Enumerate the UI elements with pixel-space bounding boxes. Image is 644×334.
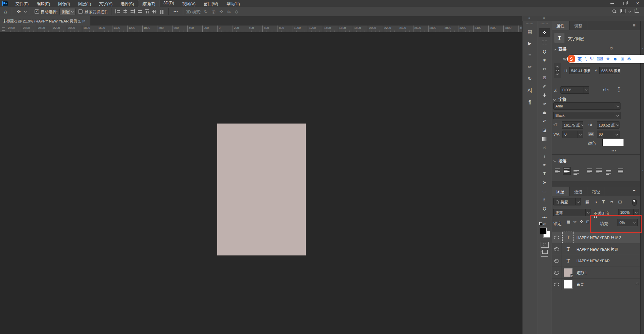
smart-object-filter-icon[interactable]: ⊡	[618, 199, 622, 204]
brush-settings-panel-icon[interactable]: ≡	[524, 51, 536, 59]
spot-healing-brush-tool[interactable]: ✚	[539, 92, 550, 98]
menu-item[interactable]: 滤镜(T)	[138, 0, 159, 7]
frame-tool[interactable]: ⊠	[539, 75, 550, 81]
layer-filter-dropdown[interactable]: 类型	[553, 198, 581, 205]
3d-mode-icon[interactable]: ✜	[219, 9, 223, 14]
reset-transform-icon[interactable]: ↺	[609, 46, 613, 51]
eraser-tool[interactable]: ◪	[539, 127, 550, 133]
close-button[interactable]: ✕	[631, 0, 644, 7]
chevron-down-icon[interactable]	[24, 10, 27, 12]
horizontal-ruler[interactable]: 2800260024002200200018001600140012001000…	[0, 26, 522, 33]
show-transform-checkbox[interactable]	[78, 9, 83, 14]
scroll-down-icon[interactable]: ˅	[641, 169, 644, 172]
scroll-up-icon[interactable]: ˄	[641, 47, 644, 50]
panel-menu-icon[interactable]: ≡	[633, 23, 636, 28]
move-tool-icon[interactable]: ✜	[17, 9, 21, 14]
eyedropper-tool[interactable]: ✐	[539, 84, 550, 89]
menu-item[interactable]: 图像(I)	[54, 0, 74, 7]
align-icon[interactable]	[159, 9, 165, 14]
more-options-icon[interactable]: •••	[174, 10, 178, 13]
move-tool[interactable]: ✜	[539, 28, 550, 37]
layer-row[interactable]: 背景	[552, 279, 640, 290]
align-icon[interactable]	[130, 9, 135, 14]
brushes-panel-icon[interactable]: ✑	[524, 63, 536, 71]
y-position-field[interactable]: 685.88 像素	[599, 67, 620, 74]
screen-mode-button[interactable]	[541, 251, 548, 257]
sogou-logo[interactable]: S	[568, 55, 575, 62]
flip-horizontal-icon[interactable]: ▸❘◂	[603, 88, 608, 91]
justify-last-left-button[interactable]	[586, 167, 594, 175]
layer-thumbnail[interactable]: T	[564, 256, 573, 265]
quick-mask-button[interactable]	[541, 242, 549, 248]
clone-source-panel-icon[interactable]: ↻	[524, 75, 536, 83]
paragraph-panel-icon[interactable]: ¶	[524, 98, 536, 106]
lock-paint-icon[interactable]: ✑	[573, 220, 577, 224]
character-section-header[interactable]: 字符	[554, 96, 566, 102]
tracking-field[interactable]: 60	[597, 131, 620, 138]
foreground-color-swatch[interactable]	[540, 228, 547, 234]
3d-mode-icon[interactable]: ⇆	[227, 9, 231, 14]
3d-mode-icon[interactable]: ◇	[235, 9, 238, 14]
panel-tab[interactable]: 调整	[569, 21, 587, 30]
menu-item[interactable]: 窗口(W)	[200, 0, 222, 7]
dodge-tool[interactable]: ♁	[539, 153, 550, 159]
actions-panel-icon[interactable]: ▶	[524, 39, 536, 47]
panel-tab[interactable]: 路径	[587, 187, 605, 196]
link-dimensions-button[interactable]	[554, 63, 561, 78]
ime-punctuation-icon[interactable]: ’,	[585, 56, 587, 61]
lock-transparent-icon[interactable]: ▦	[566, 220, 570, 224]
justify-last-center-button[interactable]	[595, 167, 603, 175]
rectangular-marquee-tool[interactable]	[539, 40, 550, 46]
blend-mode-dropdown[interactable]: 正常	[553, 209, 591, 216]
menu-item[interactable]: 文字(Y)	[95, 0, 116, 7]
panel-tab[interactable]: 属性	[552, 21, 569, 30]
menu-item[interactable]: 编辑(E)	[33, 0, 54, 7]
opacity-field[interactable]: 100%	[618, 209, 639, 216]
layer-thumbnail[interactable]: T	[564, 233, 573, 242]
ime-assistant-icon[interactable]: ☻	[613, 56, 617, 61]
layer-name[interactable]: 背景	[577, 282, 584, 287]
dock-grip[interactable]: ▪▪▪▪▪▪	[537, 22, 552, 25]
ime-language-label[interactable]: 英	[578, 56, 582, 62]
layer-thumbnail[interactable]: T	[564, 245, 573, 253]
chevron-down-icon[interactable]	[628, 10, 631, 12]
align-icon[interactable]	[115, 9, 120, 14]
minimize-button[interactable]	[606, 0, 618, 7]
character-more-icon[interactable]: •••	[611, 149, 616, 153]
dock-grip[interactable]: ▪▪▪▪▪▪	[523, 22, 537, 25]
close-tab-icon[interactable]: ×	[83, 19, 85, 23]
workspace-icon[interactable]	[621, 9, 626, 14]
visibility-toggle[interactable]	[552, 243, 561, 255]
collapse-panels-icon[interactable]: «	[528, 16, 530, 20]
photoshop-logo[interactable]: Ps	[2, 1, 8, 6]
font-family-dropdown[interactable]: Arial	[553, 102, 621, 110]
justify-last-right-button[interactable]	[604, 167, 612, 175]
visibility-toggle[interactable]	[552, 232, 561, 243]
justify-all-button[interactable]	[616, 167, 625, 175]
clone-stamp-tool[interactable]: ⏏	[539, 110, 550, 115]
3d-mode-icon[interactable]: ◎	[212, 9, 215, 14]
crop-tool[interactable]: ✂	[539, 66, 550, 72]
lock-artboard-icon[interactable]: ⊞	[586, 220, 589, 224]
layer-name[interactable]: HAPPY NEW YEAR	[577, 259, 610, 263]
panel-scrollbar[interactable]: ˄ ˅	[640, 21, 644, 334]
share-icon[interactable]	[635, 9, 639, 14]
visibility-toggle[interactable]	[552, 279, 561, 290]
ime-keyboard-icon[interactable]: ⌨	[597, 56, 603, 61]
menu-item[interactable]: 文件(F)	[11, 0, 33, 7]
align-center-button[interactable]	[563, 167, 571, 175]
3d-mode-icon[interactable]: ↻	[204, 9, 208, 14]
layer-name[interactable]: 矩形 1	[577, 270, 587, 275]
layer-row[interactable]: T HAPPY NEW YEAR 拷贝 2	[552, 232, 640, 243]
history-panel-icon[interactable]: ▤	[524, 28, 536, 36]
auto-select-checkbox[interactable]	[35, 9, 39, 14]
collapse-tools-icon[interactable]: «	[543, 16, 545, 20]
ime-settings-icon[interactable]: ✻	[627, 56, 631, 61]
ruler-origin-corner[interactable]	[0, 26, 7, 32]
pen-tool[interactable]: ✒	[539, 162, 550, 168]
paragraph-section-header[interactable]: 段落	[554, 158, 566, 163]
ime-toolbox-icon[interactable]: ⊞	[621, 56, 624, 61]
align-right-button[interactable]	[572, 167, 580, 175]
zoom-tool[interactable]: Ǫ	[539, 206, 550, 211]
leading-field[interactable]: 180.52 点	[597, 121, 620, 129]
